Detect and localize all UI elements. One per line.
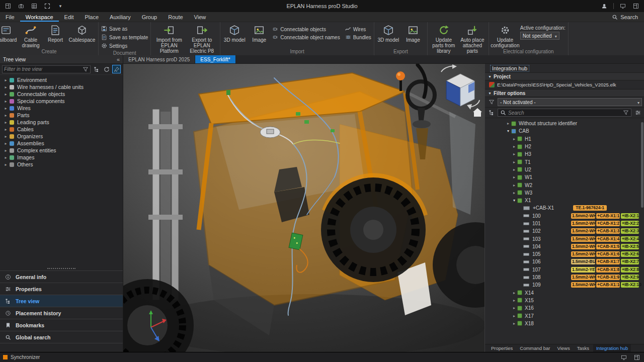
update-configuration-button[interactable]: Update configuration [492, 23, 519, 48]
hub-tree-item[interactable]: H3 [485, 150, 644, 158]
hub-search-field[interactable] [498, 109, 631, 117]
filter-options-header[interactable]: Filter options [485, 89, 644, 97]
tree-item[interactable]: Complex entities [0, 147, 123, 154]
hub-tree-item[interactable]: X15 [485, 297, 644, 304]
panel-section[interactable]: Placement history [0, 307, 123, 319]
hub-tree-item[interactable]: X14 [485, 289, 644, 297]
expand-chevron-icon[interactable] [3, 127, 9, 132]
expand-chevron-icon[interactable] [3, 78, 9, 82]
view-options-button[interactable] [633, 109, 642, 117]
hub-wire-row[interactable]: 103 1.5mm2-WH +CAB-X1:4 +IB-X2:4 [485, 235, 644, 242]
expand-chevron-icon[interactable] [3, 99, 9, 104]
hub-tab[interactable]: Tasks [574, 344, 592, 352]
collapse-panel-icon[interactable] [117, 56, 120, 62]
save-as-button[interactable]: Save as [101, 25, 127, 33]
grid-icon[interactable] [30, 2, 38, 10]
toolbar-caret-icon[interactable] [56, 2, 64, 10]
hub-wire-row[interactable]: 106 1.5mm2-BU +CAB-X1:7 +IB-X2:7 [485, 258, 644, 265]
export-image-button[interactable]: Image [401, 23, 425, 43]
hub-tree-item[interactable]: X16 [485, 304, 644, 312]
menu-item[interactable]: Workspace [20, 12, 59, 22]
hub-wire-row[interactable]: 104 1.5mm2-WH +CAB-X1:5 +IB-X2:5 [485, 243, 644, 250]
expand-chevron-icon[interactable] [511, 183, 517, 188]
hub-tree-item[interactable]: U2 [485, 166, 644, 173]
hub-tree-item[interactable]: W3 [485, 189, 644, 197]
save-as-template-button[interactable]: Save as template [101, 33, 148, 41]
export-3d-model-button[interactable]: 3D model [377, 23, 400, 43]
hub-tree-root-item[interactable]: CAB [485, 127, 644, 135]
fullscreen-icon[interactable] [43, 2, 51, 10]
expand-chevron-icon[interactable] [3, 141, 9, 146]
tree-item[interactable]: Images [0, 154, 123, 161]
tree-item[interactable]: Organizers [0, 133, 123, 140]
panel-resize-grip[interactable] [0, 266, 123, 270]
panel-section[interactable]: Global search [0, 331, 123, 343]
tree-filter-input[interactable] [4, 66, 81, 72]
hub-tree-item[interactable]: W2 [485, 181, 644, 189]
expand-chevron-icon[interactable] [505, 121, 511, 126]
hub-tree-item[interactable]: X18 [485, 320, 644, 327]
panel-section[interactable]: Properties [0, 283, 123, 295]
expand-chevron-icon[interactable] [511, 291, 517, 295]
hub-wire-row[interactable]: 100 1.5mm2-WH +CAB-X1:1 +IB-X2:1 [485, 212, 644, 220]
menu-item[interactable]: Edit [59, 12, 79, 22]
import-connectable-objects-button[interactable]: Connectable objects [272, 25, 340, 33]
tree-item[interactable]: Environment [0, 76, 123, 83]
hub-search-input[interactable] [508, 110, 621, 116]
expand-chevron-icon[interactable] [511, 298, 517, 303]
scrollbar-thumb[interactable] [641, 122, 643, 208]
menu-item[interactable]: File [0, 12, 20, 22]
menu-item[interactable]: View [189, 12, 212, 22]
viewport-3d[interactable] [123, 64, 485, 352]
tree-filter-field[interactable] [2, 65, 91, 73]
expand-chevron-icon[interactable] [3, 92, 9, 97]
tab-eplan-harness-prod[interactable]: EPLAN Harness proD 2025 [123, 55, 195, 63]
project-section-header[interactable]: Project [485, 73, 644, 80]
tree-item-x1[interactable]: X1 [485, 197, 644, 204]
hub-tree-root-item[interactable]: Without structure identifier [485, 120, 644, 127]
expand-chevron-icon[interactable] [511, 137, 517, 141]
sync-selection-button[interactable] [102, 65, 111, 73]
expand-chevron-icon[interactable] [3, 148, 9, 153]
import-from-platform-button[interactable]: Import from EPLAN Platform [153, 23, 185, 54]
tree-item[interactable]: Assemblies [0, 140, 123, 147]
active-configuration-select[interactable]: Not specified [520, 32, 559, 40]
app-icon[interactable] [4, 2, 12, 10]
hub-tab[interactable]: Command bar [517, 344, 553, 352]
status-monitor-icon[interactable] [620, 353, 628, 361]
expand-chevron-icon[interactable] [3, 85, 9, 89]
expand-chevron-icon[interactable] [511, 152, 517, 156]
search-filter-icon[interactable] [623, 110, 629, 116]
project-row[interactable]: E:\Data\Projects\ESS\HpD_Special_Vehicle… [485, 80, 644, 89]
hub-wire-row[interactable]: 109 1.5mm2-WH +CAB-X1:10 +IB-X2:10 [485, 281, 644, 289]
hub-wire-row[interactable]: 101 1.5mm2-WH +CAB-X1:2 +IB-X2:2 [485, 220, 644, 227]
tab-ess-forklift[interactable]: ESS_Forklift* [195, 55, 235, 63]
tree-item[interactable]: Connectable objects [0, 90, 123, 98]
synchronizer-label[interactable]: Synchronizer [11, 354, 40, 360]
expand-chevron-icon[interactable] [511, 321, 517, 326]
expand-chevron-icon[interactable] [511, 160, 517, 164]
import-3d-model-button[interactable]: 3D model [223, 23, 246, 43]
user-icon[interactable] [600, 2, 608, 10]
expand-chevron-icon[interactable] [505, 129, 511, 133]
expand-chevron-icon[interactable] [3, 120, 9, 125]
expand-chevron-icon[interactable] [511, 306, 517, 310]
hub-wire-row[interactable]: 107 1.5mm2-YE +CAB-X1:8 +IB-X2:8 [485, 266, 644, 274]
panel-section[interactable]: Tree view [0, 295, 123, 307]
filter-funnel-button[interactable] [487, 98, 496, 107]
hub-tab[interactable]: Properties [488, 344, 516, 352]
tree-item[interactable]: Others [0, 161, 123, 168]
expand-chevron-icon[interactable] [3, 155, 9, 160]
auto-place-button[interactable]: Auto place attached parts [459, 23, 486, 54]
expand-chevron-icon[interactable] [3, 162, 9, 167]
tree-item[interactable]: Wire harnesses / cable units [0, 83, 123, 90]
panel-section[interactable]: General info [0, 270, 123, 283]
hub-wire-row[interactable]: 105 1.5mm2-WH +CAB-X1:6 +IB-X2:6 [485, 250, 644, 258]
expand-tree-button[interactable] [92, 65, 101, 73]
monitor-icon[interactable] [619, 2, 627, 10]
expand-chevron-icon[interactable] [3, 113, 9, 118]
hub-tab[interactable]: Views [554, 344, 573, 352]
tree-item[interactable]: Wires [0, 105, 123, 112]
structure-button[interactable] [487, 109, 496, 117]
hub-tree-item[interactable]: H1 [485, 135, 644, 143]
